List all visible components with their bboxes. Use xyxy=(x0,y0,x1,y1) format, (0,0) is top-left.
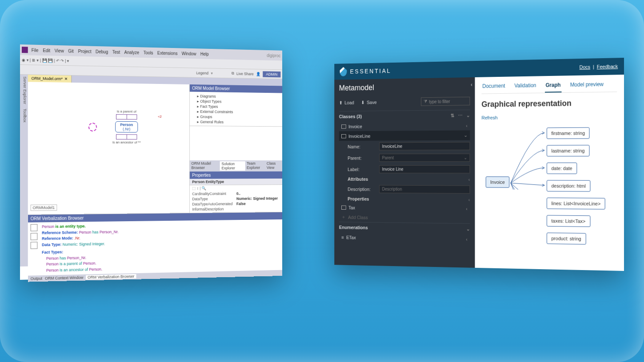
tab-orm-verbalization[interactable]: ORM Verbalization Browser xyxy=(86,274,136,279)
verbal-toolbar-icon[interactable] xyxy=(31,242,38,249)
menu-tools[interactable]: Tools xyxy=(144,50,153,55)
filter-input[interactable]: ⧩ type to filter xyxy=(421,97,470,106)
name-input[interactable]: InvoiceLine xyxy=(379,142,470,151)
graph-attr-node[interactable]: lines: List<InvoiceLine> xyxy=(547,198,605,210)
prop-val[interactable]: 0.. xyxy=(236,191,280,195)
class-invoice[interactable]: Invoice ‹ xyxy=(339,121,470,131)
ring-constraint-icon[interactable] xyxy=(88,123,97,131)
model-browser-tree[interactable]: ▸ Diagrams ▸ Object Types ▸ Fact Types ▸… xyxy=(190,92,282,127)
attributes-row[interactable]: Attributes ‹ xyxy=(348,175,470,184)
menu-file[interactable]: File xyxy=(32,48,39,52)
filter-placeholder: type to filter xyxy=(429,99,450,104)
admin-button[interactable]: ADMIN xyxy=(263,71,280,77)
chevron-icon[interactable]: ‹ xyxy=(466,123,467,128)
orm-entity-person[interactable]: Person (.Nr) xyxy=(115,121,138,133)
tab-model-preview[interactable]: Model preview xyxy=(569,80,604,92)
model-tag[interactable]: ORMModel1 xyxy=(31,204,57,211)
vs-window: File Edit View Git Project Debug Test An… xyxy=(20,44,282,280)
menu-extensions[interactable]: Extensions xyxy=(157,51,178,56)
tree-general-rules[interactable]: ▸ General Rules xyxy=(193,119,279,125)
left-tool-tabs[interactable]: Server Explorer Toolbox xyxy=(20,75,28,267)
menu-test[interactable]: Test xyxy=(112,49,120,54)
tab-validation[interactable]: Validation xyxy=(513,80,537,93)
close-icon[interactable]: ✕ xyxy=(64,77,68,81)
menu-debug[interactable]: Debug xyxy=(96,49,108,54)
menu-git[interactable]: Git xyxy=(68,48,73,53)
properties-row[interactable]: Properties ‹ xyxy=(348,195,470,204)
class-tax[interactable]: Tax ‹ xyxy=(339,203,470,214)
server-explorer-tab[interactable]: Server Explorer xyxy=(23,76,27,104)
metamodel-sidebar: ‹ Metamodel ⬆ Load ⬇ Save ⧩ type to filt… xyxy=(334,77,475,268)
enum-etax[interactable]: ≡ ETax ‹ xyxy=(339,233,470,244)
tab-graph[interactable]: Graph xyxy=(545,80,562,92)
tab-solution-explorer[interactable]: Solution Explorer xyxy=(220,161,245,171)
classes-section-header[interactable]: Classes (3) ⇅ ⋯ ⌄ xyxy=(339,110,470,122)
essential-main: Document Validation Graph Model preview … xyxy=(475,75,624,271)
chevron-icon[interactable]: ‹ xyxy=(466,206,467,211)
description-input[interactable]: Description xyxy=(379,185,470,194)
right-tab-strip[interactable]: ORM Model Browser Solution Explorer Team… xyxy=(190,160,282,171)
menu-help[interactable]: Help xyxy=(200,52,209,56)
orm-canvas[interactable]: is a parent of <2 Person (.Nr) xyxy=(28,82,190,215)
graph-attr-node[interactable]: product: string xyxy=(547,233,586,245)
graph-attr-node[interactable]: description: html xyxy=(547,180,591,191)
legend-dropdown[interactable]: Legend xyxy=(196,71,208,75)
main-tabs[interactable]: Document Validation Graph Model preview xyxy=(481,79,617,94)
collapse-sidebar-icon[interactable]: ‹ xyxy=(471,82,472,88)
tab-output[interactable]: Output xyxy=(31,276,43,281)
graph-root-node[interactable]: Invoice xyxy=(486,176,509,188)
chevron-icon[interactable]: ‹ xyxy=(468,197,470,203)
save-button[interactable]: ⬇ Save xyxy=(361,99,377,105)
tab-class-view[interactable]: Class View xyxy=(267,161,280,171)
graph-title: Graphical representation xyxy=(481,98,617,109)
graph-attr-node[interactable]: taxes: List<Tax> xyxy=(547,215,590,227)
menu-view[interactable]: View xyxy=(55,48,64,53)
menu-analyze[interactable]: Analyze xyxy=(124,50,140,55)
orm-role-box-bottom[interactable] xyxy=(116,134,137,139)
class-icon xyxy=(341,134,346,138)
prop-key: CardinalityConstraint xyxy=(192,191,236,196)
vs-menubar[interactable]: File Edit View Git Project Debug Test An… xyxy=(32,48,209,56)
chevron-down-icon[interactable]: ⌄ xyxy=(464,132,467,138)
menu-project[interactable]: Project xyxy=(78,48,91,54)
prop-val[interactable]: False xyxy=(236,201,280,206)
graph-attr-node[interactable]: lastname: string xyxy=(547,145,589,156)
verbal-toolbar-icon[interactable] xyxy=(31,233,38,240)
load-button[interactable]: ⬆ Load xyxy=(339,100,354,106)
tab-orm-browser[interactable]: ORM Model Browser xyxy=(191,161,218,171)
tab-team-explorer[interactable]: Team Explorer xyxy=(247,161,265,171)
description-label: Description: xyxy=(348,187,375,192)
solution-name: digiproc xyxy=(267,53,280,58)
tab-document[interactable]: Document xyxy=(481,81,506,93)
docs-link[interactable]: Docs xyxy=(580,64,590,70)
entity-name: Person xyxy=(116,123,136,127)
toolbox-tab[interactable]: Toolbox xyxy=(23,109,27,123)
parent-select[interactable]: Parent ⌄ xyxy=(379,154,470,162)
graph-attr-node[interactable]: firstname: string xyxy=(547,127,590,139)
graph-canvas[interactable]: Invoice firstname: string lastname: stri… xyxy=(481,123,617,257)
refresh-link[interactable]: Refresh xyxy=(481,115,497,120)
orm-role-box-top[interactable] xyxy=(116,114,137,119)
liveshare-button[interactable]: Live Share xyxy=(236,72,254,76)
feedback-link[interactable]: Feedback xyxy=(597,64,618,69)
class-invoiceline[interactable]: InvoiceLine ⌄ xyxy=(339,130,470,141)
properties-grid[interactable]: Person EntityType ⬚ ↕ | 🔍 CardinalityCon… xyxy=(190,179,282,213)
toolbar-glyphs[interactable]: ◉ ▾ | 🗎 ▾ | 💾 💾 | ↶ ↷ | ▾ xyxy=(22,58,69,63)
menu-window[interactable]: Window xyxy=(182,51,196,56)
chevron-icon[interactable]: ‹ xyxy=(468,177,470,182)
prop-key: DataType xyxy=(192,196,236,201)
prop-val[interactable] xyxy=(236,206,280,211)
chevron-icon[interactable]: ‹ xyxy=(466,237,467,242)
doc-tab-orm-model[interactable]: ORM_Model.orm* ✕ xyxy=(28,75,72,83)
verbal-toolbar-icon[interactable] xyxy=(31,224,38,231)
label-input[interactable]: Invoice Line xyxy=(379,165,470,173)
menu-edit[interactable]: Edit xyxy=(43,48,50,53)
role-label-bottom: is an ancestor of ** xyxy=(93,140,160,144)
label-label: Label: xyxy=(348,167,375,171)
prop-val[interactable]: Numeric: Signed Integer xyxy=(236,196,280,200)
properties-header[interactable]: Properties xyxy=(190,171,282,179)
orm-diagram[interactable]: is a parent of <2 Person (.Nr) xyxy=(93,109,160,171)
graph-attr-node[interactable]: date: date xyxy=(547,163,577,174)
tab-orm-context[interactable]: ORM Context Window xyxy=(45,275,83,281)
essential-window: ESSENTIAL Docs | Feedback ‹ Metamodel ⬆ … xyxy=(334,58,624,271)
